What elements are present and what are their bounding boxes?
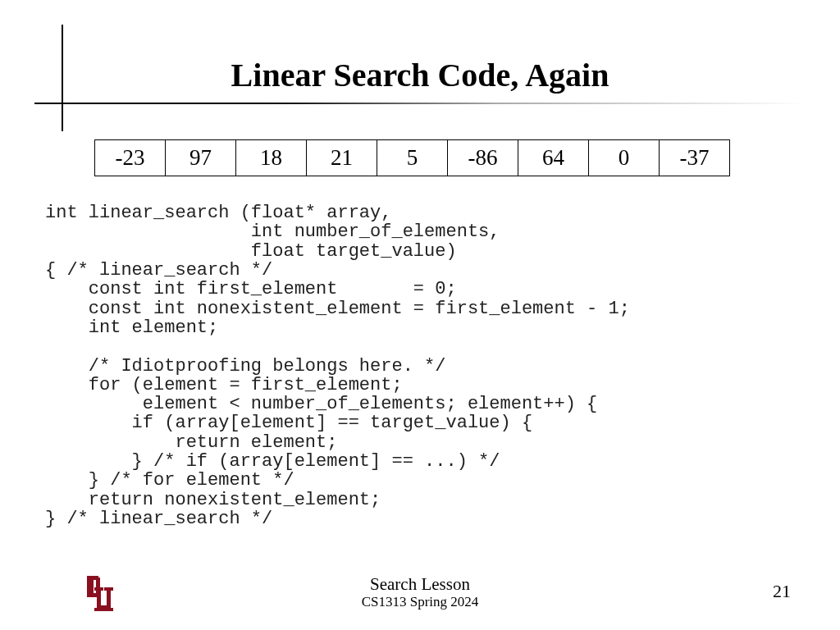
footer: Search Lesson CS1313 Spring 2024 21 [0, 571, 840, 612]
footer-center: Search Lesson CS1313 Spring 2024 [0, 574, 840, 610]
array-cell: 97 [165, 139, 236, 176]
course-term: CS1313 Spring 2024 [0, 594, 840, 610]
array-cell: 18 [235, 139, 307, 176]
decor-hline [34, 103, 806, 104]
array-row: -23 97 18 21 5 -86 64 0 -37 [94, 139, 730, 176]
array-cell: -86 [447, 139, 518, 176]
array-cell: -37 [659, 139, 730, 176]
array-cell: -23 [94, 139, 166, 176]
lesson-name: Search Lesson [0, 574, 840, 594]
array-cell: 5 [377, 139, 448, 176]
array-cell: 64 [518, 139, 589, 176]
page-number: 21 [773, 581, 791, 602]
array-cell: 0 [588, 139, 660, 176]
slide: Linear Search Code, Again -23 97 18 21 5… [0, 0, 840, 630]
code-block: int linear_search (float* array, int num… [45, 203, 630, 528]
slide-title: Linear Search Code, Again [0, 56, 840, 94]
array-cell: 21 [306, 139, 377, 176]
